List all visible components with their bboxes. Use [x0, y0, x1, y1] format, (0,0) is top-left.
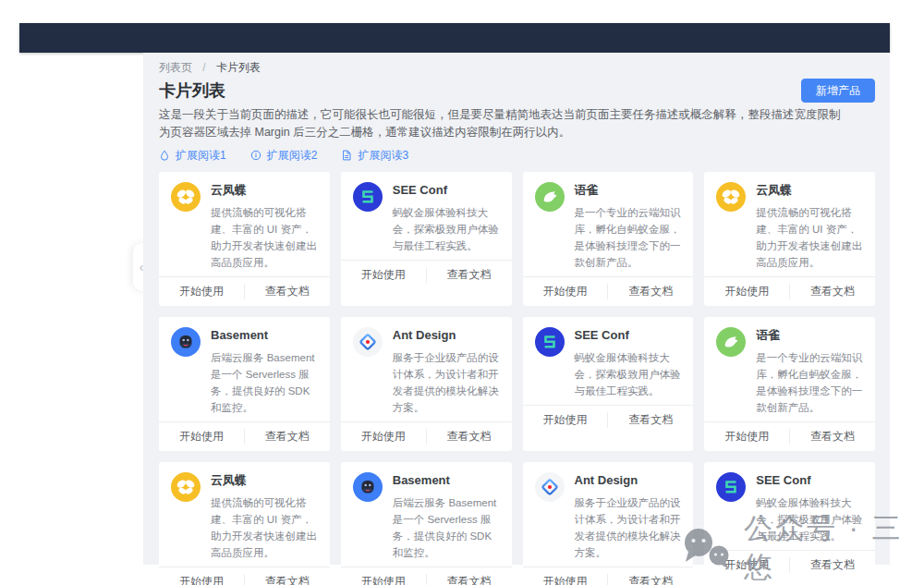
start-using-action[interactable]: 开始使用: [341, 567, 426, 585]
product-card-seeconf: SEE Conf 蚂蚁金服体验科技大会，探索极致用户体验与最佳工程实践。 开始使…: [523, 317, 694, 451]
add-product-button[interactable]: 新增产品: [801, 79, 875, 103]
product-card-antdesign: Ant Design 服务于企业级产品的设计体系，为设计者和开发者提供的模块化解…: [523, 462, 694, 585]
product-card-antdesign: Ant Design 服务于企业级产品的设计体系，为设计者和开发者提供的模块化解…: [341, 317, 512, 451]
robot-icon: [353, 472, 383, 502]
page-title: 卡片列表: [159, 80, 225, 101]
seeconf-s-icon: [716, 472, 746, 502]
start-using-action[interactable]: 开始使用: [523, 567, 608, 585]
product-card-title: SEE Conf: [756, 472, 863, 489]
extended-reading-label: 扩展阅读1: [176, 148, 226, 163]
product-card-basement: Basement 后端云服务 Basement 是一个 Serverless 服…: [159, 317, 330, 451]
product-card-title: 云凤蝶: [211, 472, 318, 489]
diamond-dot-icon: [353, 327, 383, 357]
product-card-basement: Basement 后端云服务 Basement 是一个 Serverless 服…: [341, 462, 512, 585]
extended-reading-link-1[interactable]: 扩展阅读1: [159, 148, 226, 163]
product-card-actions: 开始使用 查看文档: [704, 421, 875, 451]
product-card-title: SEE Conf: [393, 182, 500, 199]
product-card-title: 语雀: [756, 327, 863, 344]
product-card-description: 服务于企业级产品的设计体系，为设计者和开发者提供的模块化解决方案。: [575, 494, 682, 561]
view-docs-action[interactable]: 查看文档: [245, 567, 330, 585]
breadcrumb-separator: /: [202, 61, 205, 74]
extended-reading-link-2[interactable]: 扩展阅读2: [250, 148, 318, 163]
view-docs-action[interactable]: 查看文档: [790, 277, 875, 306]
start-using-action[interactable]: 开始使用: [341, 261, 426, 289]
top-navbar: [19, 23, 890, 53]
product-card-description: 服务于企业级产品的设计体系，为设计者和开发者提供的模块化解决方案。: [393, 349, 500, 416]
breadcrumb-item-card-list: 卡片列表: [216, 61, 261, 74]
product-card-yuque: 语雀 是一个专业的云端知识库，孵化自蚂蚁金服，是体验科技理念下的一款创新产品。 …: [523, 172, 694, 306]
file-text-icon: [341, 150, 352, 161]
product-card-title: 云凤蝶: [756, 182, 863, 199]
product-card-description: 蚂蚁金服体验科技大会，探索极致用户体验与最佳工程实践。: [393, 204, 500, 254]
seeconf-s-icon: [353, 182, 383, 212]
butterfly-icon: [716, 182, 746, 212]
info-circle-icon: [250, 150, 261, 161]
product-card-title: 云凤蝶: [211, 182, 318, 199]
start-using-action[interactable]: 开始使用: [523, 277, 608, 306]
product-card-description: 提供流畅的可视化搭建、丰富的 UI 资产，助力开发者快速创建出高品质应用。: [211, 204, 318, 271]
page: ‹ 列表页 / 卡片列表 卡片列表 新增产品 这是一段关于当前页面的描述，它可能…: [0, 0, 924, 585]
breadcrumb-item-list-page[interactable]: 列表页: [159, 61, 192, 74]
butterfly-icon: [171, 472, 201, 502]
product-card-actions: 开始使用 查看文档: [341, 567, 512, 585]
product-card-description: 提供流畅的可视化搭建、丰富的 UI 资产，助力开发者快速创建出高品质应用。: [756, 204, 863, 271]
product-card-yunfengdie: 云凤蝶 提供流畅的可视化搭建、丰富的 UI 资产，助力开发者快速创建出高品质应用…: [159, 172, 330, 306]
start-using-action[interactable]: 开始使用: [704, 422, 789, 451]
product-card-actions: 开始使用 查看文档: [341, 421, 512, 451]
view-docs-action[interactable]: 查看文档: [427, 422, 512, 451]
watermark: 公众号 · 三悠: [677, 509, 924, 585]
product-card-description: 蚂蚁金服体验科技大会，探索极致用户体验与最佳工程实践。: [575, 349, 682, 399]
start-using-action[interactable]: 开始使用: [341, 422, 426, 451]
product-card-description: 是一个专业的云端知识库，孵化自蚂蚁金服，是体验科技理念下的一款创新产品。: [575, 204, 682, 271]
view-docs-action[interactable]: 查看文档: [245, 277, 330, 306]
bird-icon: [535, 182, 565, 212]
product-card-description: 提供流畅的可视化搭建、丰富的 UI 资产，助力开发者快速创建出高品质应用。: [211, 494, 318, 561]
extended-reading-label: 扩展阅读3: [358, 148, 408, 163]
product-card-description: 是一个专业的云端知识库，孵化自蚂蚁金服，是体验科技理念下的一款创新产品。: [756, 349, 863, 416]
breadcrumb: 列表页 / 卡片列表: [159, 60, 875, 75]
view-docs-action[interactable]: 查看文档: [427, 567, 512, 585]
product-card-title: Ant Design: [393, 327, 500, 344]
product-card-title: Ant Design: [575, 472, 682, 489]
product-card-actions: 开始使用 查看文档: [159, 567, 330, 585]
watermark-text: 公众号 · 三悠: [744, 509, 924, 585]
product-card-seeconf: SEE Conf 蚂蚁金服体验科技大会，探索极致用户体验与最佳工程实践。 开始使…: [341, 172, 512, 306]
wechat-bubbles-icon: [677, 525, 735, 571]
product-card-actions: 开始使用 查看文档: [704, 276, 875, 306]
start-using-action[interactable]: 开始使用: [523, 406, 608, 434]
extended-reading-label: 扩展阅读2: [267, 148, 318, 163]
page-description: 这是一段关于当前页面的描述，它可能很长也可能很短，但是要尽量精简地表达当前页面主…: [159, 106, 845, 140]
drop-icon: [159, 150, 170, 161]
view-docs-action[interactable]: 查看文档: [245, 422, 330, 451]
main-content: 列表页 / 卡片列表 卡片列表 新增产品 这是一段关于当前页面的描述，它可能很长…: [143, 53, 890, 565]
robot-icon: [171, 327, 201, 357]
product-card-title: Basement: [211, 327, 318, 344]
product-card-description: 后端云服务 Basement 是一个 Serverless 服务，提供良好的 S…: [393, 494, 500, 561]
bird-icon: [716, 327, 746, 357]
page-header: 卡片列表 新增产品: [159, 79, 875, 103]
product-card-yuque: 语雀 是一个专业的云端知识库，孵化自蚂蚁金服，是体验科技理念下的一款创新产品。 …: [704, 317, 875, 451]
product-card-yunfengdie: 云凤蝶 提供流畅的可视化搭建、丰富的 UI 资产，助力开发者快速创建出高品质应用…: [159, 462, 330, 585]
product-card-title: 语雀: [575, 182, 682, 199]
extended-reading-links: 扩展阅读1 扩展阅读2 扩展阅读3: [159, 148, 875, 163]
product-card-description: 后端云服务 Basement 是一个 Serverless 服务，提供良好的 S…: [211, 349, 318, 416]
product-card-title: SEE Conf: [575, 327, 682, 344]
view-docs-action[interactable]: 查看文档: [790, 422, 875, 451]
view-docs-action[interactable]: 查看文档: [427, 261, 512, 289]
diamond-dot-icon: [535, 472, 565, 502]
view-docs-action[interactable]: 查看文档: [608, 406, 693, 434]
start-using-action[interactable]: 开始使用: [159, 277, 244, 306]
product-card-title: Basement: [393, 472, 500, 489]
start-using-action[interactable]: 开始使用: [704, 277, 789, 306]
product-card-actions: 开始使用 查看文档: [523, 405, 694, 434]
butterfly-icon: [171, 182, 201, 212]
extended-reading-link-3[interactable]: 扩展阅读3: [341, 148, 408, 163]
seeconf-s-icon: [535, 327, 565, 357]
product-card-actions: 开始使用 查看文档: [159, 276, 330, 306]
product-card-actions: 开始使用 查看文档: [159, 421, 330, 451]
start-using-action[interactable]: 开始使用: [159, 567, 244, 585]
product-card-actions: 开始使用 查看文档: [523, 276, 694, 306]
product-card-actions: 开始使用 查看文档: [341, 260, 512, 289]
view-docs-action[interactable]: 查看文档: [608, 277, 693, 306]
start-using-action[interactable]: 开始使用: [159, 422, 244, 451]
